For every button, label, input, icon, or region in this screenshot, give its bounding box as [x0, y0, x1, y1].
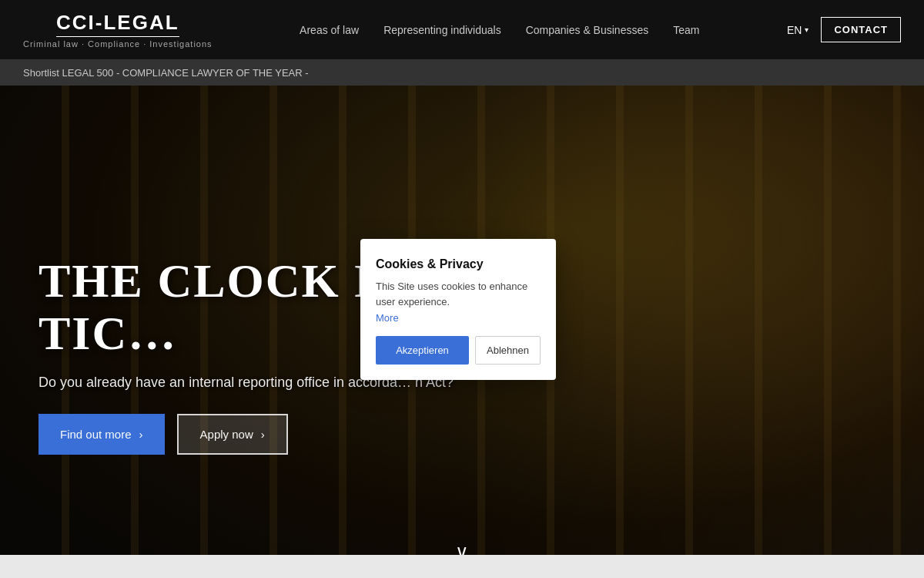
cookie-buttons: Akzeptieren Ablehnen	[376, 336, 541, 365]
ticker-text: Shortlist LEGAL 500 - COMPLIANCE LAWYER …	[23, 67, 309, 79]
ticker-bar: Shortlist LEGAL 500 - COMPLIANCE LAWYER …	[0, 59, 924, 86]
bottom-bar	[0, 555, 924, 578]
cookie-modal-text: This Site uses cookies to enhance user e…	[376, 279, 541, 309]
chevron-right-icon: ›	[261, 428, 265, 441]
hero-buttons: Find out more › Apply now ›	[38, 414, 500, 455]
nav-areas-of-law[interactable]: Areas of law	[300, 24, 359, 36]
nav-links: Areas of law Representing individuals Co…	[300, 24, 699, 36]
cookie-more-link[interactable]: More	[376, 312, 541, 324]
decline-cookies-button[interactable]: Ablehnen	[475, 336, 541, 365]
apply-now-label: Apply now	[200, 428, 253, 441]
find-out-more-button[interactable]: Find out more ›	[38, 414, 165, 455]
chevron-right-icon: ›	[139, 428, 143, 441]
nav-team[interactable]: Team	[673, 24, 699, 36]
nav-companies-businesses[interactable]: Companies & Businesses	[526, 24, 649, 36]
language-selector[interactable]: EN ▾	[787, 24, 808, 36]
logo-title: CCI-LEGAL	[56, 11, 179, 37]
find-out-more-label: Find out more	[60, 428, 132, 441]
contact-button[interactable]: CONTACT	[821, 17, 901, 42]
logo-subtitle: Criminal law · Compliance · Investigatio…	[23, 39, 213, 49]
language-label: EN	[787, 24, 802, 36]
nav-representing-individuals[interactable]: Representing individuals	[383, 24, 501, 36]
chevron-down-icon: ▾	[805, 25, 808, 34]
navbar: CCI-LEGAL Criminal law · Compliance · In…	[0, 0, 924, 59]
hero-title-text: The clock is tic	[38, 254, 402, 359]
accept-cookies-button[interactable]: Akzeptieren	[376, 336, 469, 365]
cookie-modal-title: Cookies & Privacy	[376, 257, 541, 271]
apply-now-button[interactable]: Apply now ›	[177, 414, 288, 455]
cookie-modal: Cookies & Privacy This Site uses cookies…	[360, 239, 556, 380]
logo[interactable]: CCI-LEGAL Criminal law · Compliance · In…	[23, 11, 213, 49]
nav-right: EN ▾ CONTACT	[787, 17, 901, 42]
